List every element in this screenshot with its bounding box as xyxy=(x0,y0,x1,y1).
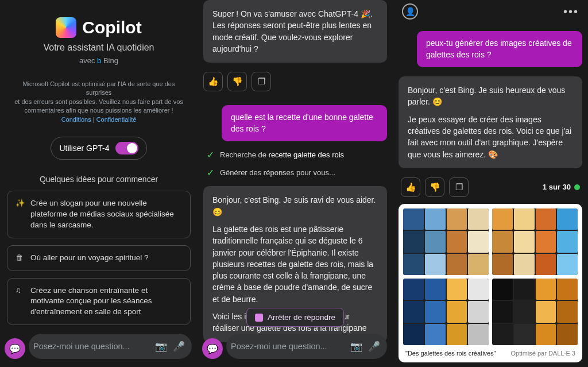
brand-row: Copilot xyxy=(56,17,141,38)
gpt4-toggle-label: Utiliser GPT-4 xyxy=(59,144,109,153)
copy-button[interactable]: ❐ xyxy=(252,72,271,91)
generated-image-2[interactable] xyxy=(492,208,578,275)
suggestion-card-3[interactable]: ♫ Créez une chanson entraînante et motiv… xyxy=(7,278,191,326)
generated-image-4[interactable] xyxy=(492,279,578,345)
camera-icon[interactable]: 📷 xyxy=(155,341,167,353)
toggle-switch-icon xyxy=(115,142,138,154)
terms-link[interactable]: Conditions xyxy=(61,116,91,123)
ai-message-text: Je peux essayer de créer des images créa… xyxy=(408,114,573,160)
chat-input-placeholder: Posez-moi une question... xyxy=(231,342,345,351)
suggestion-card-1[interactable]: ✨ Crée un slogan pour une nouvelle plate… xyxy=(7,191,191,238)
bing-label: Bing xyxy=(103,56,118,65)
image-caption-row: "Des galettes des rois créatives" Optimi… xyxy=(403,345,578,358)
image-caption: "Des galettes des rois créatives" xyxy=(405,350,496,357)
brand-name: Copilot xyxy=(82,18,141,37)
suggestion-text: Créez une chanson entraînante et motivan… xyxy=(30,285,182,318)
brand-subtitle: Votre assistant IA quotidien xyxy=(43,43,154,53)
status-generating: ✓ Générer des réponses pour vous... xyxy=(207,167,387,178)
thumbs-down-icon: 👎 xyxy=(430,182,440,192)
thumbs-up-icon: 👍 xyxy=(405,182,416,192)
ai-message-text: Super ! On va s'amuser avec ChatGPT-4 🎉.… xyxy=(212,8,378,55)
chat-input-placeholder: Posez-moi une question... xyxy=(33,342,149,351)
stop-icon xyxy=(255,314,263,322)
powered-by: avec b Bing xyxy=(79,56,118,65)
suggestion-text: Crée un slogan pour une nouvelle platefo… xyxy=(30,198,182,231)
chat-icon: 💬 xyxy=(207,343,218,354)
new-chat-button[interactable]: 💬 xyxy=(5,338,25,359)
message-footer: 👍 👎 ❐ 1 sur 30 xyxy=(399,172,582,199)
ai-message-text: Bonjour, c'est Bing. Je suis ravi de vou… xyxy=(212,194,378,218)
avatar-icon: 👤 xyxy=(405,7,415,16)
ai-message-text: La galette des rois est une pâtisserie t… xyxy=(212,223,378,305)
user-message: peux-tu générer des images créatives de … xyxy=(417,31,582,67)
copy-icon: ❐ xyxy=(455,182,463,192)
user-message-text: peux-tu générer des images créatives de … xyxy=(426,38,572,59)
mic-icon[interactable]: 🎤 xyxy=(173,341,185,353)
privacy-link[interactable]: Confidentialité xyxy=(96,116,137,123)
mic-icon[interactable]: 🎤 xyxy=(368,341,380,353)
chat-input-bar[interactable]: Posez-moi une question... 📷 🎤 xyxy=(226,334,387,359)
like-button[interactable]: 👍 xyxy=(401,177,420,197)
conversation-pane-1: Super ! On va s'amuser avec ChatGPT-4 🎉.… xyxy=(198,0,393,367)
user-message-text: quelle est la recette d'une bonne galett… xyxy=(231,113,373,133)
status-dot-icon xyxy=(574,184,580,190)
generated-image-3[interactable] xyxy=(403,279,489,345)
more-menu-button[interactable]: ••• xyxy=(563,5,579,18)
gpt4-toggle[interactable]: Utiliser GPT-4 xyxy=(51,137,146,160)
stop-responding-button[interactable]: Arrêter de répondre xyxy=(246,308,344,327)
message-actions: 👍 👎 ❐ xyxy=(203,66,387,99)
image-credit: Optimisé par DALL·E 3 xyxy=(511,350,576,357)
welcome-pane: Copilot Votre assistant IA quotidien ave… xyxy=(0,0,198,367)
suggestion-card-2[interactable]: 🗑 Où aller pour un voyage spirituel ? xyxy=(7,245,191,271)
ai-message: Bonjour, c'est Bing. Je suis heureux de … xyxy=(399,76,582,168)
dislike-button[interactable]: 👎 xyxy=(425,177,444,197)
music-icon: ♫ xyxy=(16,285,25,295)
powered-by-prefix: avec xyxy=(79,56,95,65)
new-chat-button[interactable]: 💬 xyxy=(202,338,223,359)
ai-message-text: Bonjour, c'est Bing. Je suis heureux de … xyxy=(408,84,573,108)
status-searching: ✓ Recherche de recette galette des rois xyxy=(207,149,387,160)
like-button[interactable]: 👍 xyxy=(203,72,223,91)
copilot-logo-icon xyxy=(56,17,76,38)
dislike-button[interactable]: 👎 xyxy=(227,72,247,91)
turn-counter: 1 sur 30 xyxy=(543,183,580,191)
check-icon: ✓ xyxy=(207,167,214,178)
header-row: 👤 ••• xyxy=(399,0,582,25)
chat-icon: 💬 xyxy=(9,343,21,354)
thumbs-up-icon: 👍 xyxy=(208,76,219,87)
check-icon: ✓ xyxy=(207,149,214,160)
generated-image-card[interactable]: "Des galettes des rois créatives" Optimi… xyxy=(399,204,582,362)
copy-icon: ❐ xyxy=(258,76,265,87)
disclaimer-text: Microsoft Copilot est optimisé par l'IA … xyxy=(7,80,191,124)
chat-input-bar[interactable]: Posez-moi une question... 📷 🎤 xyxy=(29,334,192,359)
ideas-heading: Quelques idées pour commencer xyxy=(40,175,158,184)
bing-icon: b xyxy=(97,56,103,65)
magic-icon: ✨ xyxy=(16,198,25,207)
thumbs-down-icon: 👎 xyxy=(232,76,243,87)
user-message: quelle est la recette d'une bonne galett… xyxy=(222,105,387,141)
suggestion-text: Où aller pour un voyage spirituel ? xyxy=(30,253,149,264)
ai-message: Super ! On va s'amuser avec ChatGPT-4 🎉.… xyxy=(203,0,387,63)
copy-button[interactable]: ❐ xyxy=(449,177,469,197)
generated-image-1[interactable] xyxy=(403,208,489,275)
stop-label: Arrêter de répondre xyxy=(268,313,335,322)
trash-icon: 🗑 xyxy=(16,253,25,262)
conversation-pane-2: 👤 ••• peux-tu générer des images créativ… xyxy=(393,0,588,367)
user-avatar[interactable]: 👤 xyxy=(402,3,418,20)
camera-icon[interactable]: 📷 xyxy=(350,341,362,353)
